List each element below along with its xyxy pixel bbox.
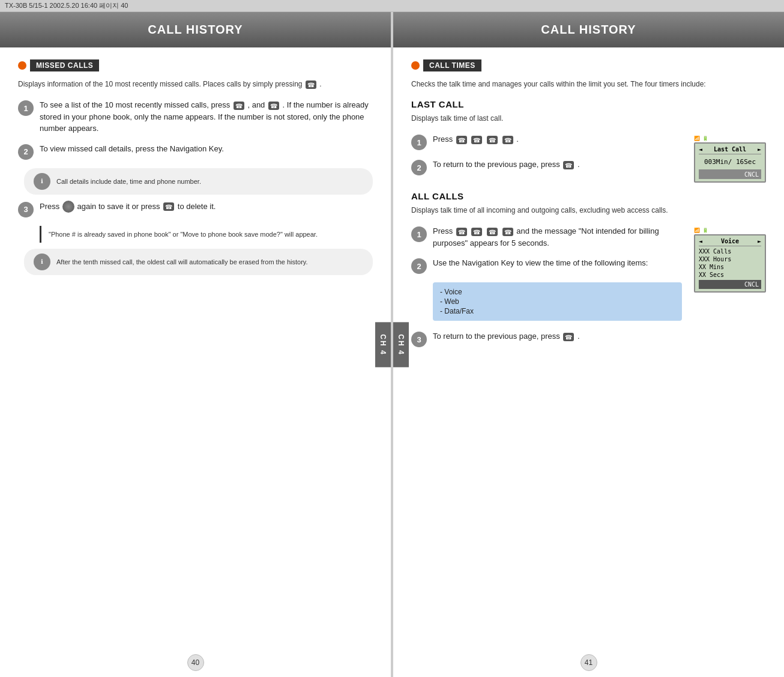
lcd-list-header-text: Voice [721, 238, 739, 244]
all-calls-steps-container: 1 Press and the message "Not intended fo… [411, 225, 766, 321]
phone-icon-1b [268, 102, 279, 110]
step-1-number: 1 [18, 100, 34, 116]
missed-calls-title: MISSED CALLS [30, 59, 99, 71]
lcd-list-header: ◄ Voice ► [699, 238, 761, 246]
top-bar-text: TX-30B 5/15-1 2002.5.20 16:40 페이지 40 [5, 2, 128, 9]
all-calls-desc: Displays talk time of all incoming and o… [411, 205, 766, 216]
lcd-list-item-1: XXX Calls [699, 247, 761, 255]
right-page-ch4-tab: CH 4 [393, 322, 409, 367]
left-page: CALL HISTORY MISSED CALLS Displays infor… [0, 12, 391, 677]
lcd-status-bar-2: 📶 🔋 [694, 228, 766, 233]
note-icon-1: ℹ [34, 173, 50, 190]
last-call-steps: 1 Press . 2 T [411, 133, 682, 184]
phone-icon-ac3 [487, 228, 498, 236]
lcd-status-bar: 📶 🔋 [694, 136, 766, 141]
note-3-text: After the tenth missed call, the oldest … [56, 258, 308, 266]
missed-calls-dot [18, 61, 26, 70]
step-1-text: To see a list of the 10 most recently mi… [40, 99, 373, 135]
all-calls-step-1: 1 Press and the message "Not intended fo… [411, 225, 682, 249]
note-icon-3: ℹ [34, 253, 50, 270]
return-step-3-number: 3 [411, 332, 427, 347]
right-page: CALL HISTORY CALL TIMES Checks the talk … [393, 12, 784, 677]
lcd-list-item-3: XX Mins [699, 263, 761, 271]
right-page-title: CALL HISTORY [541, 23, 636, 36]
right-page-header: CALL HISTORY [393, 12, 784, 47]
pages-container: CALL HISTORY MISSED CALLS Displays infor… [0, 12, 784, 677]
last-call-desc: Displays talk time of last call. [411, 113, 766, 124]
right-page-content: CALL TIMES Checks the talk time and mana… [393, 47, 784, 368]
note-box-3: ℹ After the tenth missed call, the oldes… [24, 249, 373, 275]
note-box-1: ℹ Call details include date, time and ph… [24, 168, 373, 195]
lcd-right-arrow: ► [758, 146, 761, 153]
all-calls-lcd-container: 📶 🔋 ◄ Voice ► XXX Calls XXX Hours XX M [694, 228, 766, 293]
lcd-header-text: Last Call [714, 146, 746, 153]
phone-icon-ac2 [471, 228, 482, 236]
phone-icon-delete [163, 202, 174, 211]
phone-icon-lc1 [456, 136, 467, 144]
step-3: 3 Press again to save it or press to del… [18, 201, 373, 217]
return-step-3-text: To return to the previous page, press . [433, 330, 766, 342]
phone-icon-1a [234, 102, 244, 110]
phone-icon-lc2 [471, 136, 482, 144]
right-page-number: 41 [580, 654, 597, 671]
phone-icon-desc [306, 80, 316, 89]
nav-key-icon-save [62, 201, 74, 213]
phone-icon-ac4 [502, 228, 513, 236]
all-calls-step-1-number: 1 [411, 226, 427, 242]
phone-icon-return [563, 333, 574, 341]
last-call-step-1-number: 1 [411, 135, 427, 150]
lcd-body: 003Min/ 16Sec [699, 156, 761, 168]
phone-icon-ac1 [456, 228, 467, 236]
phone-icon-lc3 [487, 136, 498, 144]
bullet-item-datafax: - Data/Fax [440, 306, 675, 316]
step-3-number: 3 [18, 202, 34, 217]
lcd-header: ◄ Last Call ► [699, 146, 761, 154]
lcd-list-item-4: XX Secs [699, 271, 761, 279]
note-box-2: "Phone # is already saved in phone book"… [40, 226, 373, 243]
last-call-step-1-text: Press . [433, 133, 682, 145]
top-bar: TX-30B 5/15-1 2002.5.20 16:40 페이지 40 [0, 0, 784, 12]
phone-icon-lc4 [502, 136, 513, 144]
lcd-left-arrow: ◄ [699, 146, 702, 153]
note-2-text: "Phone # is already saved in phone book"… [49, 231, 318, 238]
lcd-list-footer: CNCL [699, 280, 761, 289]
step-2-number: 2 [18, 144, 34, 160]
step-3-text: Press again to save it or press to delet… [40, 201, 373, 213]
left-page-ch4-tab: CH 4 [375, 322, 391, 367]
call-times-section-header: CALL TIMES [411, 59, 766, 71]
bullet-list: - Voice - Web - Data/Fax [433, 282, 682, 321]
lcd-value: 003Min/ 16Sec [704, 158, 756, 166]
lcd-cncl: CNCL [744, 171, 759, 178]
lcd-footer: CNCL [699, 169, 761, 179]
all-calls-lcd: ◄ Voice ► XXX Calls XXX Hours XX Mins XX… [694, 234, 766, 293]
last-call-step-2-text: To return to the previous page, press . [433, 159, 682, 171]
step-2: 2 To view missed call details, press the… [18, 143, 373, 160]
call-times-dot [411, 61, 420, 70]
lcd-list-left-arrow: ◄ [699, 238, 702, 244]
last-call-lcd-container: 📶 🔋 ◄ Last Call ► 003Min/ 16Sec [694, 136, 766, 183]
all-calls-step-2: 2 Use the Navigation Key to view the tim… [411, 257, 682, 274]
all-calls-step-2-text: Use the Navigation Key to view the time … [433, 257, 682, 269]
last-call-step-2: 2 To return to the previous page, press … [411, 159, 682, 175]
lcd-list-right-arrow: ► [758, 238, 761, 244]
all-calls-title: ALL CALLS [411, 191, 766, 201]
call-times-title: CALL TIMES [423, 59, 481, 71]
bullet-item-voice: - Voice [440, 287, 675, 297]
call-times-desc: Checks the talk time and manages your ca… [411, 79, 766, 90]
bullet-item-web: - Web [440, 297, 675, 306]
lcd-list-item-2: XXX Hours [699, 255, 761, 263]
lcd-list-body: XXX Calls XXX Hours XX Mins XX Secs [699, 247, 761, 279]
step-1: 1 To see a list of the 10 most recently … [18, 99, 373, 135]
last-call-step-1: 1 Press . [411, 133, 682, 150]
phone-icon-lc-back [563, 161, 574, 169]
step-2-text: To view missed call details, press the N… [40, 143, 373, 155]
all-calls-steps: 1 Press and the message "Not intended fo… [411, 225, 682, 321]
missed-calls-desc: Displays information of the 10 most rece… [18, 79, 373, 90]
all-calls-step-2-number: 2 [411, 258, 427, 274]
note-1-text: Call details include date, time and phon… [56, 178, 201, 185]
return-step-3: 3 To return to the previous page, press … [411, 330, 766, 347]
left-page-content: MISSED CALLS Displays information of the… [0, 47, 391, 293]
left-page-header: CALL HISTORY [0, 12, 391, 47]
left-page-title: CALL HISTORY [148, 23, 243, 36]
missed-calls-section-header: MISSED CALLS [18, 59, 373, 71]
